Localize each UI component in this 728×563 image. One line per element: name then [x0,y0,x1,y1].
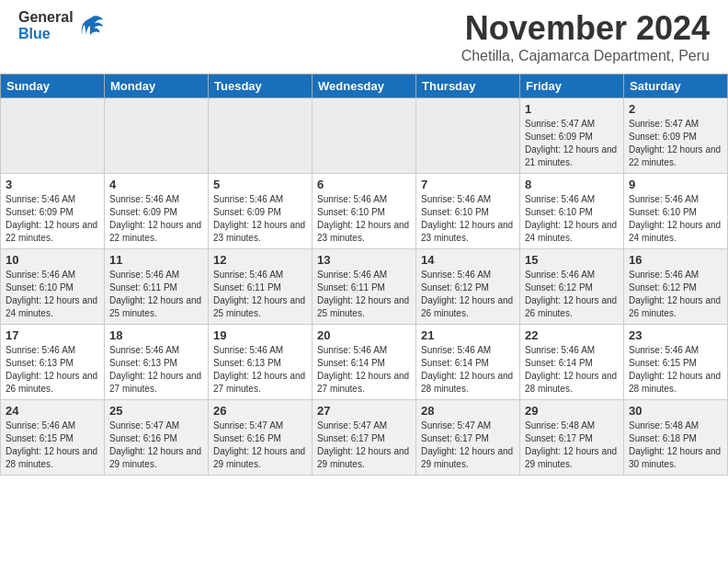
calendar-cell: 18Sunrise: 5:46 AM Sunset: 6:13 PM Dayli… [105,325,209,400]
logo-general: General [18,9,74,26]
calendar-header-tuesday: Tuesday [209,75,313,98]
calendar-header-sunday: Sunday [1,75,105,98]
day-number: 15 [525,253,619,267]
calendar-cell [416,98,520,174]
day-number: 30 [629,404,722,418]
day-info: Sunrise: 5:46 AM Sunset: 6:13 PM Dayligh… [6,344,99,396]
calendar-header-wednesday: Wednesday [313,75,416,98]
calendar-cell: 15Sunrise: 5:46 AM Sunset: 6:12 PM Dayli… [520,249,624,325]
day-number: 17 [6,328,99,342]
day-info: Sunrise: 5:46 AM Sunset: 6:15 PM Dayligh… [629,344,722,396]
calendar-cell [1,98,105,174]
day-info: Sunrise: 5:47 AM Sunset: 6:09 PM Dayligh… [629,118,722,169]
day-info: Sunrise: 5:46 AM Sunset: 6:14 PM Dayligh… [421,344,515,396]
day-info: Sunrise: 5:48 AM Sunset: 6:18 PM Dayligh… [629,419,722,471]
calendar-cell: 9Sunrise: 5:46 AM Sunset: 6:10 PM Daylig… [624,174,728,249]
calendar-cell: 17Sunrise: 5:46 AM Sunset: 6:13 PM Dayli… [1,325,105,400]
day-number: 29 [525,404,619,418]
day-number: 8 [525,178,619,191]
day-number: 26 [213,404,307,418]
day-info: Sunrise: 5:47 AM Sunset: 6:17 PM Dayligh… [421,419,515,471]
header: General Blue November 2024 Chetilla, Caj… [0,0,728,69]
calendar-cell: 22Sunrise: 5:46 AM Sunset: 6:14 PM Dayli… [520,325,624,400]
calendar-body: 1Sunrise: 5:47 AM Sunset: 6:09 PM Daylig… [1,98,728,476]
calendar-cell: 14Sunrise: 5:46 AM Sunset: 6:12 PM Dayli… [416,249,520,325]
calendar-week-3: 10Sunrise: 5:46 AM Sunset: 6:10 PM Dayli… [1,249,728,325]
calendar-cell: 19Sunrise: 5:46 AM Sunset: 6:13 PM Dayli… [209,325,313,400]
calendar-cell: 24Sunrise: 5:46 AM Sunset: 6:15 PM Dayli… [1,400,105,476]
day-info: Sunrise: 5:46 AM Sunset: 6:13 PM Dayligh… [213,344,307,396]
calendar-cell: 21Sunrise: 5:46 AM Sunset: 6:14 PM Dayli… [416,325,520,400]
calendar-cell: 4Sunrise: 5:46 AM Sunset: 6:09 PM Daylig… [105,174,209,249]
day-info: Sunrise: 5:46 AM Sunset: 6:11 PM Dayligh… [317,269,411,320]
day-number: 4 [109,178,203,191]
day-number: 19 [213,328,307,342]
day-info: Sunrise: 5:47 AM Sunset: 6:16 PM Dayligh… [213,419,307,471]
day-info: Sunrise: 5:47 AM Sunset: 6:16 PM Dayligh… [109,419,203,471]
calendar-cell: 6Sunrise: 5:46 AM Sunset: 6:10 PM Daylig… [313,174,416,249]
day-number: 24 [6,404,99,418]
calendar-cell: 20Sunrise: 5:46 AM Sunset: 6:14 PM Dayli… [313,325,416,400]
day-number: 16 [629,253,722,267]
day-number: 6 [317,178,411,191]
day-info: Sunrise: 5:46 AM Sunset: 6:10 PM Dayligh… [6,269,99,320]
day-number: 9 [629,178,722,191]
day-number: 20 [317,328,411,342]
calendar-cell: 12Sunrise: 5:46 AM Sunset: 6:11 PM Dayli… [209,249,313,325]
calendar-cell: 23Sunrise: 5:46 AM Sunset: 6:15 PM Dayli… [624,325,728,400]
calendar-cell: 1Sunrise: 5:47 AM Sunset: 6:09 PM Daylig… [520,98,624,174]
calendar-cell: 28Sunrise: 5:47 AM Sunset: 6:17 PM Dayli… [416,400,520,476]
day-number: 5 [213,178,307,191]
day-info: Sunrise: 5:47 AM Sunset: 6:09 PM Dayligh… [525,118,619,169]
day-number: 7 [421,178,515,191]
calendar-cell: 25Sunrise: 5:47 AM Sunset: 6:16 PM Dayli… [105,400,209,476]
calendar-cell: 16Sunrise: 5:46 AM Sunset: 6:12 PM Dayli… [624,249,728,325]
day-info: Sunrise: 5:46 AM Sunset: 6:12 PM Dayligh… [629,269,722,320]
calendar-cell: 7Sunrise: 5:46 AM Sunset: 6:10 PM Daylig… [416,174,520,249]
day-number: 12 [213,253,307,267]
calendar-cell [105,98,209,174]
calendar-week-5: 24Sunrise: 5:46 AM Sunset: 6:15 PM Dayli… [1,400,728,476]
day-info: Sunrise: 5:46 AM Sunset: 6:12 PM Dayligh… [525,269,619,320]
day-number: 23 [629,328,722,342]
day-info: Sunrise: 5:46 AM Sunset: 6:14 PM Dayligh… [317,344,411,396]
day-info: Sunrise: 5:46 AM Sunset: 6:10 PM Dayligh… [421,193,515,245]
day-number: 22 [525,328,619,342]
day-number: 27 [317,404,411,418]
calendar-cell: 3Sunrise: 5:46 AM Sunset: 6:09 PM Daylig… [1,174,105,249]
day-number: 13 [317,253,411,267]
logo-blue: Blue [18,26,74,42]
day-number: 2 [629,102,722,116]
day-info: Sunrise: 5:48 AM Sunset: 6:17 PM Dayligh… [525,419,619,471]
day-info: Sunrise: 5:46 AM Sunset: 6:12 PM Dayligh… [421,269,515,320]
day-number: 11 [109,253,203,267]
calendar-cell: 13Sunrise: 5:46 AM Sunset: 6:11 PM Dayli… [313,249,416,325]
day-number: 10 [6,253,99,267]
calendar-cell: 5Sunrise: 5:46 AM Sunset: 6:09 PM Daylig… [209,174,313,249]
day-number: 28 [421,404,515,418]
calendar-week-1: 1Sunrise: 5:47 AM Sunset: 6:09 PM Daylig… [1,98,728,174]
logo-text: General Blue [18,9,74,41]
day-number: 3 [6,178,99,191]
day-info: Sunrise: 5:46 AM Sunset: 6:10 PM Dayligh… [317,193,411,245]
calendar-cell: 2Sunrise: 5:47 AM Sunset: 6:09 PM Daylig… [624,98,728,174]
calendar-cell [209,98,313,174]
day-info: Sunrise: 5:46 AM Sunset: 6:10 PM Dayligh… [525,193,619,245]
calendar-header-saturday: Saturday [624,75,728,98]
day-info: Sunrise: 5:46 AM Sunset: 6:09 PM Dayligh… [6,193,99,245]
day-info: Sunrise: 5:47 AM Sunset: 6:17 PM Dayligh… [317,419,411,471]
calendar-cell: 29Sunrise: 5:48 AM Sunset: 6:17 PM Dayli… [520,400,624,476]
location-title: Chetilla, Cajamarca Department, Peru [461,48,710,64]
day-info: Sunrise: 5:46 AM Sunset: 6:11 PM Dayligh… [213,269,307,320]
day-number: 21 [421,328,515,342]
calendar-cell: 10Sunrise: 5:46 AM Sunset: 6:10 PM Dayli… [1,249,105,325]
day-number: 18 [109,328,203,342]
day-info: Sunrise: 5:46 AM Sunset: 6:14 PM Dayligh… [525,344,619,396]
logo-bird-icon [79,13,105,39]
title-area: November 2024 Chetilla, Cajamarca Depart… [461,9,710,64]
calendar-cell: 27Sunrise: 5:47 AM Sunset: 6:17 PM Dayli… [313,400,416,476]
day-info: Sunrise: 5:46 AM Sunset: 6:15 PM Dayligh… [6,419,99,471]
calendar-cell: 8Sunrise: 5:46 AM Sunset: 6:10 PM Daylig… [520,174,624,249]
day-info: Sunrise: 5:46 AM Sunset: 6:13 PM Dayligh… [109,344,203,396]
calendar-week-4: 17Sunrise: 5:46 AM Sunset: 6:13 PM Dayli… [1,325,728,400]
